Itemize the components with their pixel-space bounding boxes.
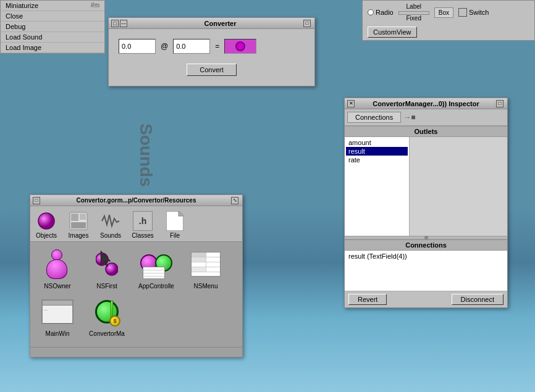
svg-rect-4 <box>71 222 86 228</box>
menu-item-miniaturize[interactable]: Miniaturize #m <box>1 1 104 11</box>
resource-item-mainwin[interactable]: ... MainWin <box>35 294 80 337</box>
objects-tab-icon <box>36 211 56 231</box>
convertorma-icon: $ <box>90 294 124 329</box>
outlets-right-panel <box>410 137 507 236</box>
nsmenu-cell4 <box>206 257 221 262</box>
nsowner-icon <box>40 247 75 281</box>
tab-objects-label: Objects <box>36 232 57 239</box>
widget-panel: Radio Label Fixed Box Switch CustomView <box>362 0 535 41</box>
tab-sounds[interactable]: Sounds <box>95 209 127 241</box>
svg-rect-2 <box>71 214 78 221</box>
resource-tabs: Objects Images Sounds <box>30 206 242 242</box>
nsmenu-icon <box>188 247 223 281</box>
person-body <box>46 259 67 279</box>
svg-point-0 <box>38 213 54 229</box>
mainwin-icon: ... <box>40 294 75 329</box>
connections-header: Connections <box>345 240 507 251</box>
inspector-close-btn[interactable]: ✕ <box>347 100 355 107</box>
nsmenu-cell2 <box>206 252 221 257</box>
menu-item-close[interactable]: Close <box>1 11 104 22</box>
menu-item-debug[interactable]: Debug <box>1 22 104 32</box>
converter-title: Converter <box>128 20 312 27</box>
menu-item-load-sound[interactable]: Load Sound <box>1 32 104 43</box>
converter-body: @ = Convert <box>109 29 314 86</box>
classes-icon-shape: .h <box>133 211 153 231</box>
rate-field[interactable] <box>173 39 210 54</box>
file-tab-icon <box>165 211 185 231</box>
convertorma-wrapper: $ <box>91 296 123 328</box>
convertorma-coin: $ <box>109 315 120 327</box>
titlebar-minimize-button[interactable]: — <box>120 20 127 27</box>
resource-item-nsmenu[interactable]: NSMenu <box>183 247 228 290</box>
nsfirst-icon <box>90 247 124 281</box>
switch-area: Switch <box>458 8 489 17</box>
tab-sounds-label: Sounds <box>100 232 121 239</box>
inspector-resize-btn[interactable]: □ <box>496 100 503 107</box>
mainwin-icon-shape: ... <box>41 299 74 324</box>
disconnect-button[interactable]: Disconnect <box>452 294 503 305</box>
connection-result[interactable]: result (TextField(4)) <box>346 252 506 261</box>
nsmenu-icon-shape <box>191 252 221 277</box>
label-text: Label <box>407 3 421 10</box>
svg-rect-3 <box>80 214 86 220</box>
resource-item-appcontroller[interactable]: AppControlle <box>134 247 179 290</box>
resource-item-nsowner[interactable]: NSOwner <box>35 247 80 290</box>
outlets-header: Outlets <box>345 126 507 137</box>
mainwin-label: MainWin <box>46 330 70 337</box>
sounds-tab-icon <box>101 211 120 231</box>
connections-panel: result (TextField(4)) <box>345 251 507 291</box>
tab-classes[interactable]: .h Classes <box>127 209 159 241</box>
amount-field[interactable] <box>119 39 156 54</box>
outlets-panel: amount result rate <box>345 137 507 236</box>
tab-classes-label: Classes <box>132 232 154 239</box>
outlet-result[interactable]: result <box>346 147 408 156</box>
resource-footer <box>30 347 242 357</box>
radio-option[interactable]: Radio <box>368 9 394 16</box>
outlet-rate[interactable]: rate <box>346 156 408 164</box>
nsmenu-cell1 <box>192 252 206 257</box>
revert-button[interactable]: Revert <box>348 294 387 305</box>
tab-images[interactable]: Images <box>62 209 95 241</box>
nsmenu-cell3 <box>192 257 206 262</box>
images-tab-icon <box>69 211 88 231</box>
resource-item-nsfirst[interactable]: NSFirst <box>85 247 129 290</box>
result-indicator <box>235 41 245 51</box>
menu-item-load-image[interactable]: Load Image <box>1 43 104 53</box>
connections-tab-button[interactable]: Connections <box>347 112 401 123</box>
convert-button[interactable]: Convert <box>187 64 237 76</box>
resource-title: Convertor.gorm...p/Convertor/Resources <box>41 197 231 204</box>
inspector-title: ConvertorManager...0)) Inspector <box>356 100 496 107</box>
converter-titlebar: □ — Converter □ <box>109 18 314 29</box>
label-fixed-area: Label Fixed <box>398 3 429 22</box>
titlebar-resize-button[interactable]: □ <box>303 20 311 27</box>
convertorma-label: ConvertorMa <box>89 330 125 337</box>
resource-item-convertorma[interactable]: $ ConvertorMa <box>85 294 129 337</box>
inspector-window: ✕ ConvertorManager...0)) Inspector □ Con… <box>344 98 508 308</box>
radio-label: Radio <box>376 9 394 16</box>
app-table <box>143 267 165 279</box>
appcontroller-wrapper <box>140 248 172 280</box>
outlet-amount[interactable]: amount <box>346 138 408 147</box>
resource-window: □ Convertor.gorm...p/Convertor/Resources… <box>30 194 243 357</box>
nsmenu-label: NSMenu <box>194 283 218 290</box>
nsmenu-cell8 <box>206 267 221 272</box>
titlebar-close-button[interactable]: □ <box>111 20 119 27</box>
resource-expand-btn[interactable]: ⤡ <box>231 197 238 204</box>
person-icon-shape <box>41 248 74 280</box>
resource-titlebar: □ Convertor.gorm...p/Convertor/Resources… <box>30 195 242 206</box>
tab-file[interactable]: File <box>159 209 191 241</box>
nsmenu-row3 <box>192 262 220 267</box>
nsmenu-row4 <box>192 267 220 272</box>
nsfirst-label: NSFirst <box>96 283 117 290</box>
tab-objects[interactable]: Objects <box>30 209 62 241</box>
at-sign: @ <box>161 42 168 51</box>
classes-tab-icon: .h <box>133 211 153 231</box>
nsmenu-cell7 <box>192 267 206 272</box>
mainwin-titlebar <box>43 301 72 306</box>
fixed-text: Fixed <box>407 15 421 22</box>
tab-file-label: File <box>170 232 180 239</box>
custom-view-button[interactable]: CustomView <box>368 27 417 38</box>
resource-close-btn[interactable]: □ <box>33 197 40 204</box>
appcontroller-icon <box>139 247 174 281</box>
nsmenu-cell6 <box>206 262 221 267</box>
